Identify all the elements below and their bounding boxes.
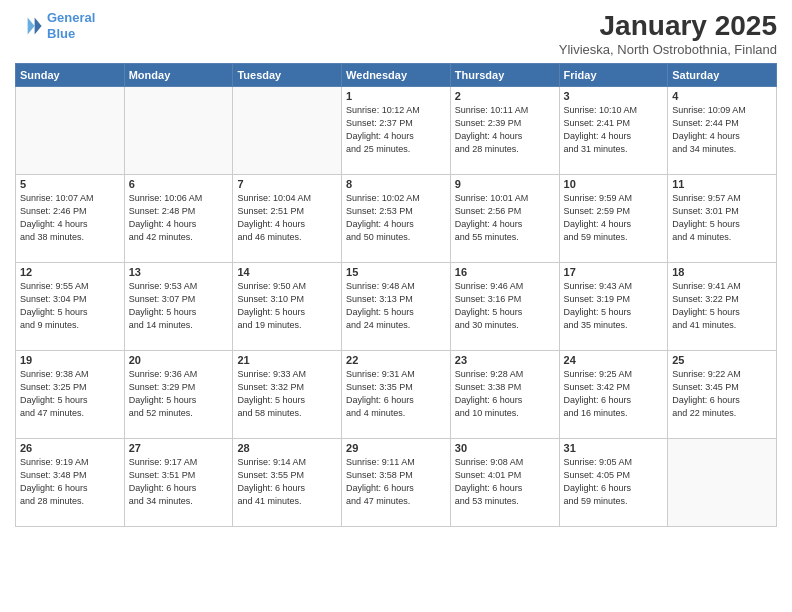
day-cell: 25Sunrise: 9:22 AM Sunset: 3:45 PM Dayli… — [668, 351, 777, 439]
day-cell: 1Sunrise: 10:12 AM Sunset: 2:37 PM Dayli… — [342, 87, 451, 175]
day-info: Sunrise: 9:31 AM Sunset: 3:35 PM Dayligh… — [346, 368, 446, 420]
day-info: Sunrise: 9:22 AM Sunset: 3:45 PM Dayligh… — [672, 368, 772, 420]
week-row-2: 5Sunrise: 10:07 AM Sunset: 2:46 PM Dayli… — [16, 175, 777, 263]
day-cell: 15Sunrise: 9:48 AM Sunset: 3:13 PM Dayli… — [342, 263, 451, 351]
logo-icon — [15, 12, 43, 40]
day-cell: 5Sunrise: 10:07 AM Sunset: 2:46 PM Dayli… — [16, 175, 125, 263]
week-row-5: 26Sunrise: 9:19 AM Sunset: 3:48 PM Dayli… — [16, 439, 777, 527]
logo-blue: Blue — [47, 26, 95, 42]
day-info: Sunrise: 9:59 AM Sunset: 2:59 PM Dayligh… — [564, 192, 664, 244]
day-number: 22 — [346, 354, 446, 366]
day-info: Sunrise: 10:02 AM Sunset: 2:53 PM Daylig… — [346, 192, 446, 244]
day-cell: 16Sunrise: 9:46 AM Sunset: 3:16 PM Dayli… — [450, 263, 559, 351]
day-number: 2 — [455, 90, 555, 102]
day-info: Sunrise: 9:57 AM Sunset: 3:01 PM Dayligh… — [672, 192, 772, 244]
day-info: Sunrise: 10:04 AM Sunset: 2:51 PM Daylig… — [237, 192, 337, 244]
weekday-header-row: SundayMondayTuesdayWednesdayThursdayFrid… — [16, 64, 777, 87]
day-cell: 9Sunrise: 10:01 AM Sunset: 2:56 PM Dayli… — [450, 175, 559, 263]
day-info: Sunrise: 9:17 AM Sunset: 3:51 PM Dayligh… — [129, 456, 229, 508]
day-cell — [124, 87, 233, 175]
title-block: January 2025 Ylivieska, North Ostrobothn… — [559, 10, 777, 57]
day-cell: 22Sunrise: 9:31 AM Sunset: 3:35 PM Dayli… — [342, 351, 451, 439]
weekday-header-sunday: Sunday — [16, 64, 125, 87]
day-cell: 20Sunrise: 9:36 AM Sunset: 3:29 PM Dayli… — [124, 351, 233, 439]
day-number: 6 — [129, 178, 229, 190]
day-info: Sunrise: 10:11 AM Sunset: 2:39 PM Daylig… — [455, 104, 555, 156]
day-number: 1 — [346, 90, 446, 102]
day-info: Sunrise: 9:14 AM Sunset: 3:55 PM Dayligh… — [237, 456, 337, 508]
week-row-3: 12Sunrise: 9:55 AM Sunset: 3:04 PM Dayli… — [16, 263, 777, 351]
day-cell: 2Sunrise: 10:11 AM Sunset: 2:39 PM Dayli… — [450, 87, 559, 175]
location: Ylivieska, North Ostrobothnia, Finland — [559, 42, 777, 57]
day-info: Sunrise: 10:01 AM Sunset: 2:56 PM Daylig… — [455, 192, 555, 244]
day-number: 17 — [564, 266, 664, 278]
calendar: SundayMondayTuesdayWednesdayThursdayFrid… — [15, 63, 777, 527]
day-info: Sunrise: 9:38 AM Sunset: 3:25 PM Dayligh… — [20, 368, 120, 420]
day-number: 11 — [672, 178, 772, 190]
day-number: 23 — [455, 354, 555, 366]
day-cell: 6Sunrise: 10:06 AM Sunset: 2:48 PM Dayli… — [124, 175, 233, 263]
weekday-header-friday: Friday — [559, 64, 668, 87]
day-number: 26 — [20, 442, 120, 454]
day-info: Sunrise: 10:07 AM Sunset: 2:46 PM Daylig… — [20, 192, 120, 244]
day-cell: 26Sunrise: 9:19 AM Sunset: 3:48 PM Dayli… — [16, 439, 125, 527]
day-number: 14 — [237, 266, 337, 278]
day-info: Sunrise: 10:12 AM Sunset: 2:37 PM Daylig… — [346, 104, 446, 156]
day-number: 10 — [564, 178, 664, 190]
day-info: Sunrise: 9:55 AM Sunset: 3:04 PM Dayligh… — [20, 280, 120, 332]
day-info: Sunrise: 9:19 AM Sunset: 3:48 PM Dayligh… — [20, 456, 120, 508]
day-cell: 18Sunrise: 9:41 AM Sunset: 3:22 PM Dayli… — [668, 263, 777, 351]
page: General Blue January 2025 Ylivieska, Nor… — [0, 0, 792, 612]
logo: General Blue — [15, 10, 95, 41]
day-info: Sunrise: 9:05 AM Sunset: 4:05 PM Dayligh… — [564, 456, 664, 508]
day-cell: 19Sunrise: 9:38 AM Sunset: 3:25 PM Dayli… — [16, 351, 125, 439]
day-number: 8 — [346, 178, 446, 190]
day-cell: 13Sunrise: 9:53 AM Sunset: 3:07 PM Dayli… — [124, 263, 233, 351]
day-info: Sunrise: 9:25 AM Sunset: 3:42 PM Dayligh… — [564, 368, 664, 420]
day-number: 9 — [455, 178, 555, 190]
month-title: January 2025 — [559, 10, 777, 42]
day-number: 16 — [455, 266, 555, 278]
day-info: Sunrise: 9:11 AM Sunset: 3:58 PM Dayligh… — [346, 456, 446, 508]
svg-marker-1 — [28, 17, 35, 34]
day-cell — [16, 87, 125, 175]
day-info: Sunrise: 9:53 AM Sunset: 3:07 PM Dayligh… — [129, 280, 229, 332]
day-info: Sunrise: 9:43 AM Sunset: 3:19 PM Dayligh… — [564, 280, 664, 332]
day-number: 5 — [20, 178, 120, 190]
day-number: 28 — [237, 442, 337, 454]
day-number: 24 — [564, 354, 664, 366]
day-cell: 10Sunrise: 9:59 AM Sunset: 2:59 PM Dayli… — [559, 175, 668, 263]
day-cell: 24Sunrise: 9:25 AM Sunset: 3:42 PM Dayli… — [559, 351, 668, 439]
day-info: Sunrise: 9:33 AM Sunset: 3:32 PM Dayligh… — [237, 368, 337, 420]
day-number: 13 — [129, 266, 229, 278]
day-number: 19 — [20, 354, 120, 366]
day-cell: 30Sunrise: 9:08 AM Sunset: 4:01 PM Dayli… — [450, 439, 559, 527]
day-cell: 23Sunrise: 9:28 AM Sunset: 3:38 PM Dayli… — [450, 351, 559, 439]
day-info: Sunrise: 9:46 AM Sunset: 3:16 PM Dayligh… — [455, 280, 555, 332]
day-number: 29 — [346, 442, 446, 454]
day-cell: 21Sunrise: 9:33 AM Sunset: 3:32 PM Dayli… — [233, 351, 342, 439]
day-number: 31 — [564, 442, 664, 454]
day-info: Sunrise: 9:08 AM Sunset: 4:01 PM Dayligh… — [455, 456, 555, 508]
day-cell: 12Sunrise: 9:55 AM Sunset: 3:04 PM Dayli… — [16, 263, 125, 351]
day-cell: 28Sunrise: 9:14 AM Sunset: 3:55 PM Dayli… — [233, 439, 342, 527]
weekday-header-monday: Monday — [124, 64, 233, 87]
logo-general: General — [47, 10, 95, 25]
weekday-header-saturday: Saturday — [668, 64, 777, 87]
svg-marker-0 — [35, 17, 42, 34]
day-cell: 11Sunrise: 9:57 AM Sunset: 3:01 PM Dayli… — [668, 175, 777, 263]
day-info: Sunrise: 9:28 AM Sunset: 3:38 PM Dayligh… — [455, 368, 555, 420]
week-row-4: 19Sunrise: 9:38 AM Sunset: 3:25 PM Dayli… — [16, 351, 777, 439]
day-number: 15 — [346, 266, 446, 278]
day-cell — [233, 87, 342, 175]
day-number: 25 — [672, 354, 772, 366]
day-cell: 3Sunrise: 10:10 AM Sunset: 2:41 PM Dayli… — [559, 87, 668, 175]
day-cell — [668, 439, 777, 527]
day-cell: 31Sunrise: 9:05 AM Sunset: 4:05 PM Dayli… — [559, 439, 668, 527]
day-cell: 29Sunrise: 9:11 AM Sunset: 3:58 PM Dayli… — [342, 439, 451, 527]
day-number: 7 — [237, 178, 337, 190]
day-number: 18 — [672, 266, 772, 278]
logo-text: General Blue — [47, 10, 95, 41]
day-number: 30 — [455, 442, 555, 454]
header: General Blue January 2025 Ylivieska, Nor… — [15, 10, 777, 57]
